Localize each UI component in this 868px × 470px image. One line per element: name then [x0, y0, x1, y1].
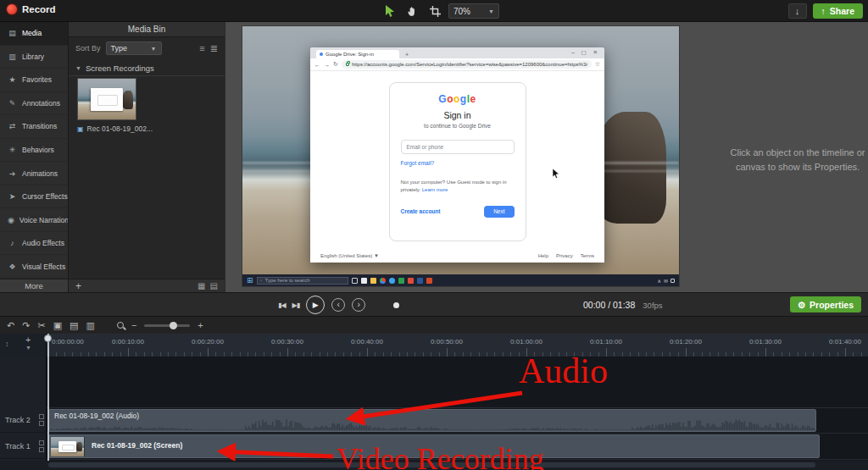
ruler-label: 0:00:30:00 [271, 338, 303, 346]
timeline-toolbar: ↶ ↷ ✂ ▣ ▤ ▥ − + [0, 316, 868, 334]
list-view-icon[interactable]: ▤ [210, 281, 218, 290]
jump-to-start-button[interactable]: ▮◀ [278, 301, 286, 309]
add-track-button[interactable]: + [25, 335, 31, 345]
cut-icon[interactable]: ✂ [37, 321, 45, 330]
signin-title: Sign in [401, 110, 515, 120]
file-explorer-icon [361, 278, 367, 284]
annotation-icon: ✎ [8, 99, 17, 108]
ruler-label: 0:01:00:00 [510, 338, 542, 346]
sidebar-item-annotations[interactable]: ✎Annotations [0, 92, 68, 116]
sidebar-item-cursor-effects[interactable]: ➤Cursor Effects [0, 185, 68, 209]
download-icon: ↓ [795, 6, 800, 16]
library-icon: ▥ [8, 53, 17, 61]
timeline-zoom-slider[interactable] [144, 324, 190, 327]
zoom-out-icon[interactable]: − [131, 321, 136, 330]
share-button[interactable]: ↑ Share [813, 3, 863, 19]
sidebar-item-library[interactable]: ▥Library [0, 46, 68, 69]
video-clip-thumbnail [51, 437, 85, 456]
track-2-header[interactable]: Track 2 [0, 408, 47, 433]
copy-icon[interactable]: ▣ [53, 321, 62, 330]
top-toolbar: Record 70% ▼ ↓ ↑ Share [0, 0, 868, 22]
sort-order-alt-icon[interactable]: ≣ [210, 43, 218, 54]
playback-bar: ▮◀ ▶▮ ▶ ‹ › 00:00 / 01:38 30fps ⚙ Proper… [0, 292, 868, 316]
play-icon: ▶ [313, 301, 319, 309]
crop-tool-button[interactable] [426, 3, 444, 19]
ruler-gutter: ↕ + ▼ [0, 334, 47, 357]
windows-start-icon: ⊞ [247, 276, 253, 285]
sidebar-item-animations[interactable]: ➔Animations [0, 162, 68, 185]
record-button[interactable]: Record [7, 4, 56, 14]
pan-tool-button[interactable] [403, 3, 421, 19]
track-resize-icon[interactable]: ↕ [5, 340, 9, 348]
thumbnail-rock [122, 91, 134, 109]
canvas-zoom-dropdown[interactable]: 70% ▼ [448, 3, 499, 19]
split-icon[interactable]: ▥ [86, 321, 94, 330]
sidebar-item-behaviors[interactable]: ✳Behaviors [0, 139, 68, 163]
media-thumbnail[interactable] [77, 78, 136, 120]
add-media-button[interactable]: + [75, 280, 81, 292]
undo-icon[interactable]: ↶ [7, 321, 14, 330]
screen-recordings-section[interactable]: ▼ Screen Recordings [69, 59, 225, 76]
recorded-mouse-cursor [552, 169, 559, 179]
timeline-tracks: Rec 01-08-19_002 (Audio) Rec 01-08-19_00… [0, 357, 868, 470]
video-clip-label: Rec 01-08-19_002 (Screen) [92, 441, 182, 450]
preview-browser-window: Google Drive: Sign-in + – ▢ ✕ ← → ↻ http… [310, 47, 604, 263]
previous-clip-button[interactable]: ‹ [331, 298, 345, 312]
sidebar-item-voice-narration[interactable]: ◉Voice Narration [0, 208, 68, 232]
magnifier-icon[interactable] [117, 322, 124, 329]
screen-recording-icon: ▣ [77, 125, 84, 133]
grid-view-icon[interactable]: ▦ [198, 281, 205, 290]
timeline-ruler[interactable]: 0:00:00:00 0:00:10:00 0:00:20:00 0:00:30… [0, 334, 868, 357]
track-lock-icon[interactable] [39, 414, 44, 419]
track-1-header[interactable]: Track 1 [0, 434, 47, 459]
audio-clip[interactable]: Rec 01-08-19_002 (Audio) [48, 409, 816, 432]
step-forward-button[interactable]: ▶▮ [292, 301, 300, 309]
properties-button[interactable]: ⚙ Properties [790, 296, 861, 312]
export-frame-button[interactable]: ↓ [788, 3, 807, 19]
back-icon: ← [314, 62, 320, 68]
media-bin-panel: Media Bin Sort By Type ▼ ≡ ≣ ▼ Screen Re… [68, 22, 225, 292]
video-preview[interactable]: Google Drive: Sign-in + – ▢ ✕ ← → ↻ http… [242, 26, 679, 286]
help-link: Help [538, 253, 548, 258]
sort-type-dropdown[interactable]: Type ▼ [106, 41, 162, 55]
track-lock-icon[interactable] [39, 440, 44, 445]
signin-actions: Create account Next [401, 206, 515, 218]
cursor-effects-icon: ➤ [8, 192, 17, 201]
zoom-slider-thumb[interactable] [170, 322, 177, 329]
select-tool-button[interactable] [380, 3, 398, 19]
next-clip-button[interactable]: › [352, 298, 365, 312]
redo-icon[interactable]: ↷ [22, 321, 30, 330]
play-button[interactable]: ▶ [306, 296, 325, 314]
preview-address-bar: ← → ↻ https://accounts.google.com/Servic… [310, 58, 604, 71]
sort-order-icon[interactable]: ≡ [199, 43, 204, 54]
paste-icon[interactable]: ▤ [70, 321, 78, 330]
track-visibility-icon[interactable] [39, 447, 44, 452]
sidebar-item-favorites[interactable]: ★Favorites [0, 69, 68, 92]
taskbar-search-box: ○ Type here to search [257, 277, 348, 285]
gear-icon: ⚙ [798, 300, 805, 310]
transitions-icon: ⇄ [8, 122, 17, 130]
detach-canvas-dot[interactable] [393, 302, 399, 308]
share-icon: ↑ [821, 6, 826, 16]
audio-icon: ♪ [8, 239, 17, 247]
playhead-line[interactable] [47, 334, 49, 461]
camtasia-window: Record 70% ▼ ↓ ↑ Share ▤Me [0, 0, 868, 470]
sidebar-item-media[interactable]: ▤Media [0, 22, 68, 46]
zoom-in-icon[interactable]: + [198, 321, 203, 330]
canvas-tools: 70% ▼ [380, 3, 499, 19]
chevron-down-icon[interactable]: ▼ [25, 345, 31, 351]
sidebar-item-audio-effects[interactable]: ♪Audio Effects [0, 232, 68, 256]
google-signin-card: Google Sign in to continue to Google Dri… [389, 82, 526, 241]
playhead-knob[interactable] [44, 335, 52, 342]
scrollbar-thumb[interactable] [48, 462, 815, 467]
sidebar-more-button[interactable]: More [0, 279, 68, 292]
sidebar-item-visual-effects[interactable]: ❖Visual Effects [0, 255, 68, 279]
video-clip[interactable]: Rec 01-08-19_002 (Screen) [48, 434, 820, 458]
media-bin-title: Media Bin [69, 22, 225, 37]
word-icon [417, 278, 423, 284]
signin-footer: English (United States) ▼ Help Privacy T… [320, 253, 594, 258]
track-visibility-icon[interactable] [39, 421, 44, 426]
edge-icon [389, 278, 395, 284]
sidebar-item-transitions[interactable]: ⇄Transitions [0, 115, 68, 139]
media-item-row[interactable]: ▣ Rec 01-08-19_002... [77, 124, 153, 133]
